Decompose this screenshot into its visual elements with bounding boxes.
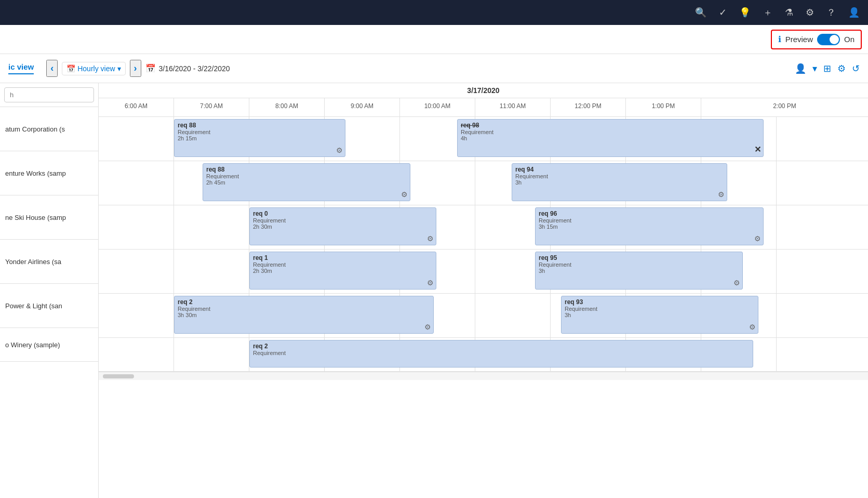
date-range: 📅 3/16/2020 - 3/22/2020 [145, 63, 230, 73]
scroll-thumb[interactable] [103, 374, 134, 378]
sidebar-rows: atum Corporation (s enture Works (samp n… [0, 107, 98, 362]
settings-icon[interactable]: ⚙ [806, 7, 814, 18]
lightbulb-icon[interactable]: 💡 [739, 7, 751, 18]
toggle-on-label: On [844, 35, 854, 44]
cell-3-1 [174, 250, 249, 293]
resource-icon[interactable]: 👤 [795, 63, 806, 74]
filter-icon[interactable]: ⚗ [785, 7, 793, 18]
main-content: atum Corporation (s enture Works (samp n… [0, 83, 868, 498]
preview-bar: ℹ Preview On [0, 25, 868, 54]
event-title-5: req 96 [539, 210, 760, 217]
time-header-5: 11:00 AM [475, 98, 551, 116]
cell-3-0 [99, 250, 174, 293]
event-type-5: Requirement [539, 217, 760, 224]
cell-2-1 [174, 205, 249, 249]
event-drag-icon-4[interactable]: ⚙ [427, 234, 434, 243]
preview-toggle[interactable] [817, 34, 840, 45]
grid-icon[interactable]: ⊞ [823, 63, 831, 74]
event-close-1[interactable]: ✕ [754, 145, 761, 154]
event-drag-icon-8[interactable]: ⚙ [424, 323, 431, 331]
cell-1-0 [99, 161, 174, 205]
event-drag-icon-6[interactable]: ⚙ [427, 279, 434, 287]
event-title-6: req 1 [253, 254, 433, 261]
event-duration-1: 4h [461, 135, 760, 141]
cell-5-0 [99, 338, 174, 371]
event-card-2[interactable]: req 88Requirement2h 45m⚙ [203, 163, 410, 201]
event-type-4: Requirement [253, 217, 433, 224]
event-type-10: Requirement [253, 350, 750, 356]
top-navigation: 🔍 ✓ 💡 ＋ ⚗ ⚙ ？ 👤 [0, 0, 868, 25]
event-type-6: Requirement [253, 261, 433, 268]
cell-2-0 [99, 205, 174, 249]
event-title-2: req 88 [206, 166, 407, 173]
sidebar-row-4: Power & Light (san [0, 284, 98, 328]
scroll-bar[interactable] [99, 372, 868, 380]
time-header-8: 2:00 PM [701, 98, 868, 116]
sidebar-row-3: Yonder Airlines (sa [0, 240, 98, 284]
event-duration-2: 2h 45m [206, 179, 407, 186]
event-card-10[interactable]: req 2Requirement [249, 340, 753, 368]
view-selector[interactable]: 📅 Hourly view ▾ [62, 62, 125, 75]
search-input[interactable] [4, 87, 94, 102]
view-selector-label: Hourly view [77, 64, 115, 73]
tab-ic-view[interactable]: ic view [8, 62, 34, 74]
event-duration-9: 3h [565, 312, 755, 318]
cell-0-0 [99, 117, 174, 161]
check-circle-icon[interactable]: ✓ [719, 7, 727, 18]
event-title-9: req 93 [565, 298, 755, 306]
time-header-7: 1:00 PM [626, 98, 701, 116]
cell-4-0 [99, 294, 174, 337]
help-icon[interactable]: ？ [826, 6, 836, 19]
event-drag-icon-3[interactable]: ⚙ [718, 190, 725, 199]
event-card-3[interactable]: req 94Requirement3h⚙ [512, 163, 727, 201]
time-header-6: 12:00 PM [551, 98, 626, 116]
event-card-6[interactable]: req 1Requirement2h 30m⚙ [249, 252, 436, 290]
sidebar-row-5: o Winery (sample) [0, 328, 98, 362]
cell-1-4 [400, 161, 475, 205]
event-card-1[interactable]: req 98Requirement4h✕ [457, 119, 764, 157]
time-header-1: 7:00 AM [174, 98, 249, 116]
chevron-down-icon-2[interactable]: ▾ [812, 63, 817, 74]
event-title-8: req 2 [178, 298, 430, 306]
event-type-0: Requirement [178, 129, 342, 135]
event-card-0[interactable]: req 88Requirement2h 15m⚙ [174, 119, 345, 157]
settings-icon-2[interactable]: ⚙ [837, 63, 846, 74]
event-card-8[interactable]: req 2Requirement3h 30m⚙ [174, 296, 434, 334]
preview-box: ℹ Preview On [771, 30, 862, 49]
search-icon[interactable]: 🔍 [695, 7, 706, 18]
sub-navigation: ic view ‹ 📅 Hourly view ▾ › 📅 3/16/2020 … [0, 54, 868, 83]
plus-icon[interactable]: ＋ [763, 6, 772, 19]
time-header-4: 10:00 AM [400, 98, 475, 116]
time-header-2: 8:00 AM [249, 98, 325, 116]
event-duration-7: 3h [539, 268, 739, 274]
refresh-icon[interactable]: ↺ [852, 63, 860, 74]
calendar-area: 3/17/2020 6:00 AM 7:00 AM 8:00 AM 9:00 A… [99, 83, 868, 498]
event-duration-8: 3h 30m [178, 312, 430, 318]
sidebar-row-2: ne Ski House (samp [0, 195, 98, 240]
event-drag-icon-7[interactable]: ⚙ [733, 279, 740, 287]
event-card-7[interactable]: req 95Requirement3h⚙ [535, 252, 743, 290]
user-icon[interactable]: 👤 [848, 7, 860, 18]
event-title-0: req 88 [178, 122, 342, 129]
event-card-4[interactable]: req 0Requirement2h 30m⚙ [249, 207, 436, 245]
event-card-9[interactable]: req 93Requirement3h⚙ [561, 296, 758, 334]
prev-arrow[interactable]: ‹ [46, 60, 58, 77]
event-drag-icon-0[interactable]: ⚙ [336, 146, 343, 154]
date-range-icon: 📅 [145, 63, 156, 73]
sidebar: atum Corporation (s enture Works (samp n… [0, 83, 99, 498]
event-card-5[interactable]: req 96Requirement3h 15m⚙ [535, 207, 764, 245]
chevron-down-icon: ▾ [117, 64, 121, 73]
event-drag-icon-2[interactable]: ⚙ [401, 190, 408, 199]
grid-row-3: req 1Requirement2h 30m⚙req 95Requirement… [99, 250, 868, 294]
next-arrow[interactable]: › [130, 60, 141, 77]
event-title-10: req 2 [253, 343, 750, 350]
event-title-4: req 0 [253, 210, 433, 217]
grid-row-1: req 88Requirement2h 45m⚙req 94Requiremen… [99, 161, 868, 205]
cell-5-1 [174, 338, 249, 371]
event-drag-icon-9[interactable]: ⚙ [749, 323, 756, 331]
preview-label: Preview [785, 35, 813, 44]
event-drag-icon-5[interactable]: ⚙ [754, 234, 761, 243]
grid-rows: req 88Requirement2h 15m⚙req 98Requiremen… [99, 117, 868, 372]
date-header: 3/17/2020 [99, 83, 868, 98]
calendar-icon: 📅 [66, 64, 75, 73]
